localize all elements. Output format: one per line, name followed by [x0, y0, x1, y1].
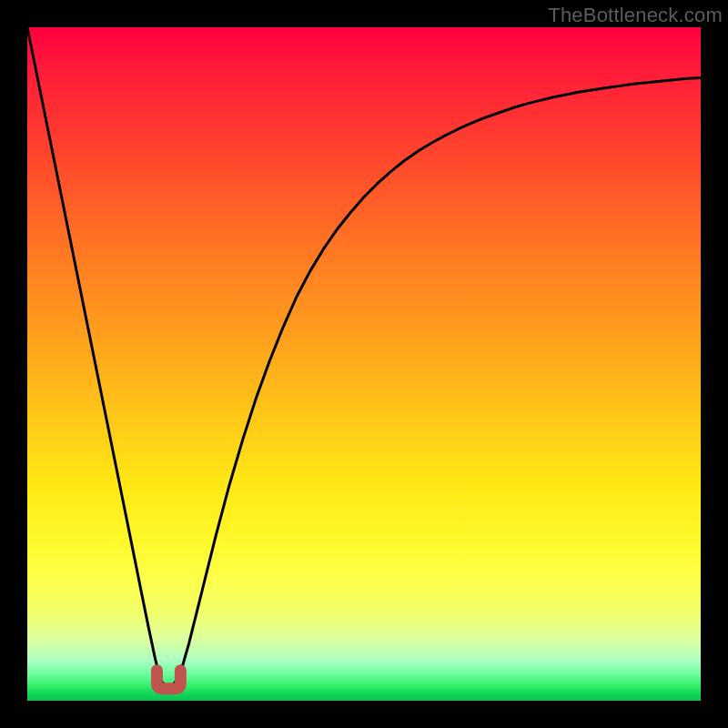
chart-svg — [27, 27, 701, 701]
bottleneck-curve — [27, 27, 701, 687]
watermark-text: TheBottleneck.com — [548, 4, 723, 27]
outer-frame: TheBottleneck.com — [0, 0, 728, 728]
plot-area — [27, 27, 701, 701]
minimum-marker — [157, 671, 180, 689]
